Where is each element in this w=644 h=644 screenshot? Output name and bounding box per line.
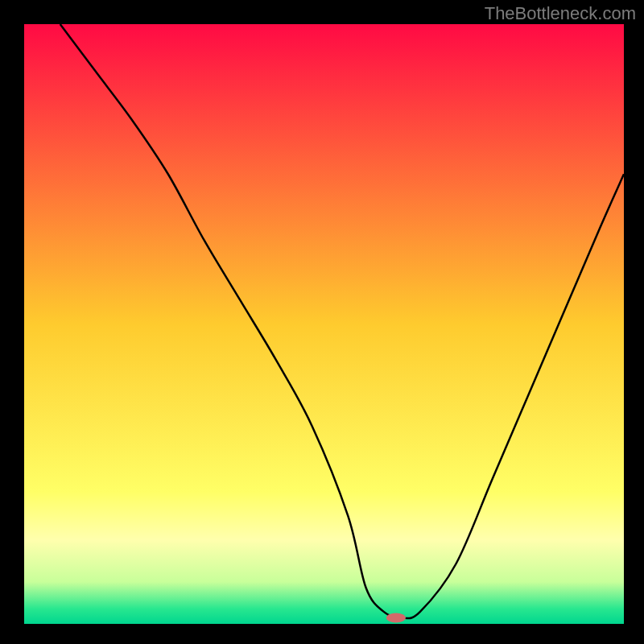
bottleneck-chart bbox=[0, 0, 644, 644]
plot-background bbox=[24, 24, 624, 624]
optimal-marker bbox=[386, 613, 406, 623]
watermark-text: TheBottleneck.com bbox=[485, 3, 636, 24]
chart-container: TheBottleneck.com bbox=[0, 0, 644, 644]
